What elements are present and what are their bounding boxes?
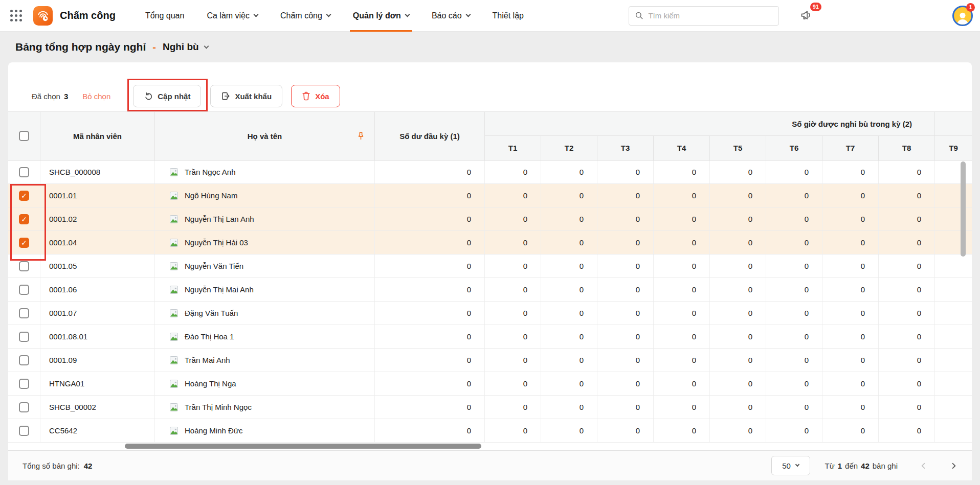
search-input[interactable]	[648, 11, 772, 20]
next-page-button[interactable]	[950, 462, 957, 470]
month-header-t1[interactable]: T1	[485, 136, 541, 160]
row-checkbox[interactable]	[19, 261, 29, 271]
month-cell-t5: 0	[710, 396, 766, 419]
month-cell-t8: 0	[879, 302, 935, 325]
month-cell-t2: 0	[541, 396, 597, 419]
full-name-header[interactable]: Họ và tên	[155, 112, 375, 160]
month-cell-t4: 0	[654, 160, 710, 183]
month-cell-t7: 0	[822, 396, 879, 419]
month-cell-t8: 0	[879, 231, 935, 254]
month-cell-t6: 0	[766, 278, 822, 301]
deselect-button[interactable]: Bỏ chọn	[82, 92, 110, 101]
row-checkbox[interactable]	[19, 332, 29, 342]
employee-code-header-label: Mã nhân viên	[73, 132, 122, 141]
month-header-t7[interactable]: T7	[822, 136, 879, 160]
export-button-label: Xuất khẩu	[235, 92, 272, 101]
image-placeholder-icon	[169, 214, 179, 224]
table-row[interactable]: 0001.08.01 Đào Thị Hoa 1000000000	[8, 325, 972, 349]
table-row[interactable]: 0001.07 Đặng Văn Tuấn000000000	[8, 302, 972, 325]
table-row[interactable]: ✓0001.01 Ngô Hùng Nam000000000	[8, 184, 972, 207]
notifications-button[interactable]: 91	[799, 8, 813, 24]
row-checkbox[interactable]	[19, 379, 29, 389]
page-size-select[interactable]: 50	[771, 456, 810, 475]
employee-name-cell: Nguyễn Văn Tiến	[155, 255, 375, 278]
table-row[interactable]: CC5642 Hoàng Minh Đức000000000	[8, 419, 972, 443]
month-header-t2[interactable]: T2	[541, 136, 597, 160]
nav-item-bao-cao[interactable]: Báo cáo	[432, 0, 470, 31]
table-row[interactable]: HTNGA01 Hoàng Thị Nga000000000	[8, 372, 972, 396]
month-cell-t2: 0	[541, 372, 597, 395]
employee-name: Trần Thị Minh Ngọc	[185, 403, 252, 411]
employee-name: Trần Ngọc Anh	[185, 168, 236, 176]
opening-balance-header[interactable]: Số dư đầu kỳ (1)	[375, 112, 485, 160]
select-all-cell	[8, 112, 40, 160]
month-cell-t3: 0	[597, 255, 654, 278]
month-cell-t7: 0	[822, 160, 879, 183]
month-cell-t3: 0	[597, 349, 654, 372]
table-row[interactable]: ✓0001.02 Nguyễn Thị Lan Anh000000000	[8, 207, 972, 231]
table-row[interactable]: 0001.05 Nguyễn Văn Tiến000000000	[8, 255, 972, 278]
month-cell-t3: 0	[597, 184, 654, 207]
month-cell-t1: 0	[485, 396, 541, 419]
export-button[interactable]: Xuất khẩu	[210, 85, 282, 107]
nav-item-ca-lam-viec[interactable]: Ca làm việc	[207, 0, 258, 31]
search-box[interactable]	[629, 6, 779, 26]
delete-button[interactable]: Xóa	[291, 85, 340, 107]
nav-item-label: Báo cáo	[432, 11, 462, 20]
row-checkbox[interactable]	[19, 402, 29, 412]
month-cell-t4: 0	[654, 207, 710, 230]
row-checkbox[interactable]	[19, 167, 29, 177]
select-all-checkbox[interactable]	[19, 131, 29, 141]
row-select-cell	[8, 160, 40, 183]
employee-code-header[interactable]: Mã nhân viên	[40, 112, 155, 160]
apps-grid-icon[interactable]	[10, 10, 22, 21]
month-cell-t6: 0	[766, 207, 822, 230]
balance-cell: 0	[375, 231, 485, 254]
row-select-cell	[8, 278, 40, 301]
row-checkbox[interactable]	[19, 355, 29, 365]
month-header-t9[interactable]: T9	[935, 136, 972, 160]
pin-column-icon[interactable]	[357, 132, 365, 141]
employee-code-cell: 0001.09	[40, 349, 155, 372]
table-row[interactable]: SHCB_00002 Trần Thị Minh Ngọc000000000	[8, 396, 972, 419]
image-placeholder-icon	[169, 332, 179, 342]
row-checkbox[interactable]	[19, 285, 29, 295]
update-button[interactable]: Cập nhật	[133, 85, 201, 107]
month-cell-t2: 0	[541, 278, 597, 301]
row-checkbox[interactable]: ✓	[19, 191, 29, 201]
month-header-t6[interactable]: T6	[766, 136, 822, 160]
table-row[interactable]: 0001.06 Nguyễn Thị Mai Anh000000000	[8, 278, 972, 302]
row-checkbox[interactable]: ✓	[19, 214, 29, 224]
table-row[interactable]: SHCB_000008 Trần Ngọc Anh000000000	[8, 160, 972, 184]
leave-type-dropdown[interactable]: Nghỉ bù	[163, 41, 208, 53]
horizontal-scrollbar-thumb[interactable]	[125, 444, 481, 449]
nav-item-thiet-lap[interactable]: Thiết lập	[493, 0, 524, 31]
row-checkbox[interactable]	[19, 426, 29, 436]
nav-item-quan-ly-don[interactable]: Quản lý đơn	[353, 0, 409, 31]
toolbar: Đã chọn 3 Bỏ chọn Cập nhật Xuất khẩu Xóa	[8, 62, 972, 111]
previous-page-button[interactable]	[920, 462, 927, 470]
month-cell-t1: 0	[485, 419, 541, 442]
user-avatar[interactable]: 1	[952, 6, 973, 26]
month-header-t8[interactable]: T8	[879, 136, 935, 160]
month-header-t4[interactable]: T4	[654, 136, 710, 160]
row-checkbox[interactable]: ✓	[19, 238, 29, 248]
employee-name-cell: Trần Thị Minh Ngọc	[155, 396, 375, 419]
balance-cell: 0	[375, 325, 485, 348]
table-row[interactable]: ✓0001.04 Nguyễn Thị Hải 03000000000	[8, 231, 972, 255]
vertical-scrollbar-thumb[interactable]	[961, 161, 966, 257]
month-cell-t1: 0	[485, 278, 541, 301]
total-records-label: Tổng số bản ghi:	[23, 461, 80, 470]
chevron-down-icon	[795, 463, 799, 467]
month-cell-t6: 0	[766, 302, 822, 325]
nav-item-tong-quan[interactable]: Tổng quan	[145, 0, 185, 31]
month-cell-t3: 0	[597, 396, 654, 419]
app-logo-icon[interactable]	[33, 6, 53, 26]
month-cell-t4: 0	[654, 372, 710, 395]
month-header-t5[interactable]: T5	[710, 136, 766, 160]
month-header-t3[interactable]: T3	[597, 136, 654, 160]
row-checkbox[interactable]	[19, 308, 29, 318]
check-icon: ✓	[21, 239, 27, 246]
table-row[interactable]: 0001.09 Trần Mai Anh000000000	[8, 349, 972, 372]
nav-item-cham-cong[interactable]: Chấm công	[280, 0, 330, 31]
